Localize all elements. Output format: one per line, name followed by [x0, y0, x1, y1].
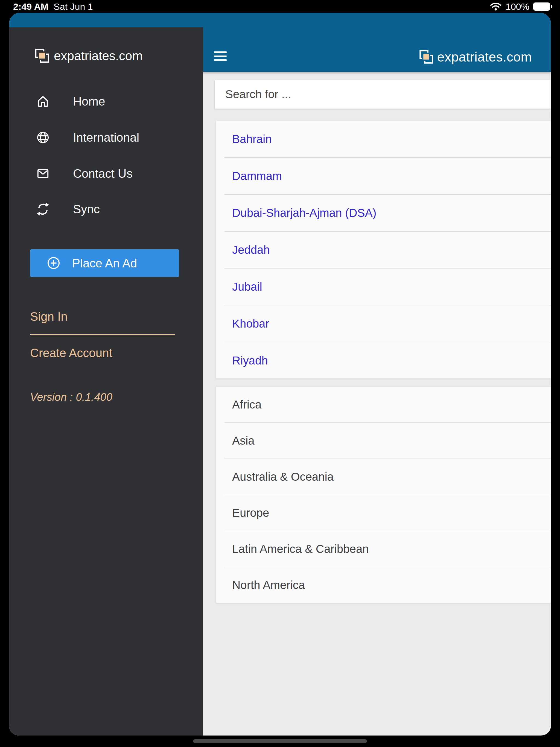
battery-icon: [533, 2, 550, 11]
region-list-item[interactable]: Australia & Oceania: [216, 459, 551, 495]
search-input[interactable]: [215, 80, 551, 108]
wifi-icon: [490, 2, 502, 11]
region-list-item[interactable]: Asia: [216, 423, 551, 459]
sidebar-item-label: Contact Us: [73, 167, 133, 180]
region-list-item-label: Asia: [232, 434, 255, 447]
city-list-item[interactable]: Jubail: [216, 268, 551, 305]
header-brand-text: expatriates.com: [437, 50, 532, 65]
city-list-item-label: Dubai-Sharjah-Ajman (DSA): [232, 206, 377, 220]
battery-percent: 100%: [506, 1, 529, 12]
status-right-cluster: 100%: [490, 1, 550, 12]
city-list-item-label: Khobar: [232, 317, 269, 330]
sidebar-drawer: expatriates.com Home: [9, 27, 203, 736]
list-divider: [225, 305, 551, 305]
status-time: 2:49 AM: [13, 1, 48, 12]
city-list-item[interactable]: Riyadh: [216, 342, 551, 379]
sidebar-item-home[interactable]: Home: [9, 93, 203, 110]
sidebar-item-international[interactable]: International: [9, 129, 203, 146]
city-list: BahrainDammamDubai-Sharjah-Ajman (DSA)Je…: [216, 120, 551, 379]
header-brand: expatriates.com: [418, 47, 532, 67]
home-icon: [35, 94, 51, 109]
place-an-ad-button[interactable]: Place An Ad: [30, 249, 179, 277]
place-an-ad-label: Place An Ad: [30, 249, 179, 277]
region-list-item[interactable]: Europe: [216, 495, 551, 531]
status-date: Sat Jun 1: [54, 1, 93, 12]
region-list-item-label: Europe: [232, 506, 269, 519]
sidebar-item-sync[interactable]: Sync: [9, 200, 203, 218]
overlapping-squares-logo-icon: [34, 48, 50, 64]
sign-in-link[interactable]: Sign In: [30, 310, 68, 324]
city-list-item[interactable]: Khobar: [216, 305, 551, 342]
home-indicator[interactable]: [193, 739, 367, 743]
version-label: Version : 0.1.400: [30, 391, 112, 403]
sidebar-brand-text: expatriates.com: [54, 48, 143, 63]
device-screen: 2:49 AM Sat Jun 1 100%: [0, 0, 560, 747]
region-list-item[interactable]: North America: [216, 567, 551, 603]
city-list-item[interactable]: Dammam: [216, 157, 551, 195]
status-bar: 2:49 AM Sat Jun 1 100%: [0, 0, 560, 13]
city-list-item[interactable]: Dubai-Sharjah-Ajman (DSA): [216, 195, 551, 231]
sync-icon: [35, 202, 51, 217]
app-window: expatriates.com BahrainDammamDubai-Sharj…: [9, 13, 551, 736]
list-divider: [225, 531, 551, 531]
list-divider: [225, 495, 551, 495]
region-list-item-label: North America: [232, 578, 305, 592]
sidebar-divider: [30, 334, 175, 335]
sidebar-item-contact-us[interactable]: Contact Us: [9, 165, 203, 182]
city-list-item-label: Jeddah: [232, 243, 270, 256]
city-list-item[interactable]: Jeddah: [216, 231, 551, 268]
city-list-item-label: Jubail: [232, 280, 262, 293]
search-box: [215, 80, 551, 109]
region-list: AfricaAsiaAustralia & OceaniaEuropeLatin…: [216, 386, 551, 603]
list-divider: [225, 231, 551, 232]
mail-icon: [35, 166, 51, 181]
hamburger-menu-icon[interactable]: [214, 51, 227, 61]
sidebar-item-label: International: [73, 131, 139, 145]
list-divider: [225, 422, 551, 423]
overlapping-squares-logo-icon: [418, 49, 434, 65]
sidebar-item-label: Home: [73, 95, 105, 108]
city-list-item[interactable]: Bahrain: [216, 121, 551, 157]
globe-icon: [35, 130, 51, 145]
region-list-item[interactable]: Latin America & Caribbean: [216, 531, 551, 567]
region-list-item-label: Africa: [232, 398, 261, 411]
sidebar-brand: expatriates.com: [34, 47, 143, 65]
list-divider: [225, 567, 551, 567]
list-divider: [225, 268, 551, 268]
sidebar-item-label: Sync: [73, 202, 100, 216]
list-divider: [225, 342, 551, 342]
city-list-item-label: Bahrain: [232, 133, 272, 146]
region-list-item-label: Latin America & Caribbean: [232, 542, 369, 556]
region-list-item[interactable]: Africa: [216, 387, 551, 423]
city-list-item-label: Riyadh: [232, 354, 268, 367]
list-divider: [225, 194, 551, 195]
list-divider: [225, 459, 551, 459]
create-account-link[interactable]: Create Account: [30, 346, 112, 360]
list-divider: [225, 157, 551, 158]
region-list-item-label: Australia & Oceania: [232, 470, 334, 483]
city-list-item-label: Dammam: [232, 170, 282, 183]
